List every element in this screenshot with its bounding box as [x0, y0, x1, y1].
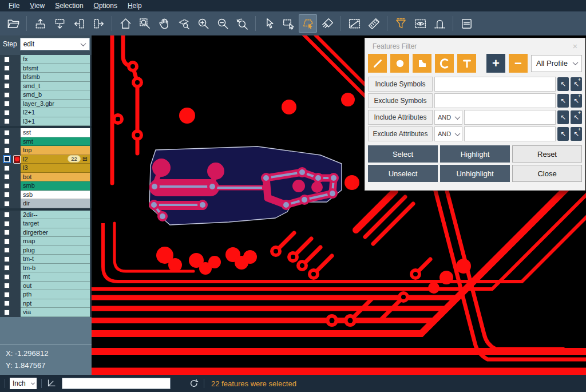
refresh-icon[interactable]	[189, 378, 199, 389]
layer-checkbox[interactable]	[4, 156, 10, 162]
include-symbols-button[interactable]: Include Symbols	[368, 77, 433, 92]
layer-name-cell[interactable]: bfsmb	[21, 73, 90, 82]
exclude-attributes-pick-add-button[interactable]: ↖+	[571, 127, 582, 141]
layer-name-cell[interactable]: tm-b	[21, 264, 90, 273]
layer-row-bfsmt[interactable]: bfsmt	[0, 64, 92, 73]
menu-file[interactable]: File	[3, 2, 25, 10]
layer-name-cell[interactable]: bot	[21, 173, 90, 182]
layer-row-l3[interactable]: l3	[0, 164, 92, 173]
layer-row-bfsmb[interactable]: bfsmb	[0, 73, 92, 82]
layer-name-cell[interactable]: smt	[21, 137, 90, 146]
select-rect-button[interactable]	[279, 14, 298, 33]
filter-button[interactable]	[391, 14, 410, 33]
layer-row-via[interactable]: via	[0, 308, 92, 317]
layer-name-cell[interactable]: fx	[21, 55, 90, 64]
zoom-in-button[interactable]	[194, 14, 212, 33]
include-attributes-pick-add-button[interactable]: ↖+	[571, 110, 582, 124]
shape-arc-button[interactable]	[435, 54, 454, 73]
layer-row-pth[interactable]: pth	[0, 290, 92, 299]
layer-name-cell[interactable]: l2+1	[21, 108, 90, 117]
select-button[interactable]	[260, 14, 278, 33]
include-attributes-input[interactable]	[464, 110, 556, 125]
layer-row-smd_t[interactable]: smd_t	[0, 82, 92, 91]
zoom-window-button[interactable]	[136, 14, 154, 33]
layer-row-l2[interactable]: l222⊞	[0, 155, 92, 164]
layer-name-cell[interactable]: map	[21, 237, 90, 246]
layer-name-cell[interactable]: target	[21, 219, 90, 228]
layer-checkbox[interactable]	[4, 256, 10, 262]
layer-checkbox[interactable]	[4, 174, 10, 180]
step-select[interactable]: edit	[20, 38, 90, 50]
layer-name-cell[interactable]: smd_b	[21, 90, 90, 100]
pan-hand-button[interactable]	[155, 14, 173, 33]
exclude-attributes-pick-button[interactable]: ↖	[557, 127, 569, 141]
layer-row-l3+1[interactable]: l3+1	[0, 117, 92, 126]
view-button[interactable]	[411, 14, 429, 33]
layer-row-smt[interactable]: smt	[0, 137, 92, 146]
shape-round-button[interactable]	[390, 54, 409, 73]
layer-row-dir[interactable]: dir	[0, 199, 92, 208]
layer-row-target[interactable]: target	[0, 219, 92, 228]
dialog-title-bar[interactable]: Features Filter ×	[365, 38, 585, 53]
layer-name-cell[interactable]: sst	[21, 128, 90, 137]
select-button[interactable]: Select	[368, 145, 438, 163]
layer-row-bot[interactable]: bot	[0, 173, 92, 182]
layer-name-cell[interactable]: via	[21, 308, 90, 317]
profile-select[interactable]: All Profile	[531, 55, 582, 72]
layer-checkbox[interactable]	[4, 247, 10, 253]
layer-name-cell[interactable]: pth	[21, 290, 90, 299]
unhighlight-button[interactable]: Unhighlight	[440, 165, 510, 182]
layer-row-dirgerber[interactable]: dirgerber	[0, 228, 92, 237]
include-attributes-pick-button[interactable]: ↖	[557, 110, 569, 124]
zoom-out-button[interactable]	[213, 14, 232, 33]
layer-checkbox[interactable]	[4, 310, 10, 315]
layer-name-cell[interactable]: tm-t	[21, 255, 90, 264]
layer-row-mt[interactable]: mt	[0, 272, 92, 282]
ruler-button[interactable]	[365, 14, 383, 33]
layer-checkbox[interactable]	[4, 65, 10, 71]
zoom-previous-button[interactable]	[233, 14, 251, 33]
layer-name-cell[interactable]: l222⊞	[21, 155, 90, 164]
layer-checkbox[interactable]	[4, 229, 10, 235]
include-attributes-and-select[interactable]: AND	[434, 110, 462, 125]
layer-checkbox[interactable]	[4, 118, 10, 124]
open-button[interactable]	[4, 14, 22, 33]
layer-checkbox[interactable]	[4, 148, 10, 153]
layer-checkbox[interactable]	[4, 192, 10, 197]
pan-down-button[interactable]	[50, 14, 69, 33]
layer-name-cell[interactable]: l3	[21, 164, 90, 173]
layer-row-sst[interactable]: sst	[0, 128, 92, 137]
home-button[interactable]	[116, 14, 134, 33]
exclude-symbols-input[interactable]	[434, 93, 556, 108]
layer-checkbox[interactable]	[4, 265, 10, 271]
menu-help[interactable]: Help	[122, 2, 147, 10]
reset-button[interactable]: Reset	[512, 145, 582, 163]
zoom-object-button[interactable]	[175, 14, 193, 33]
layer-row-out[interactable]: out	[0, 282, 92, 291]
layer-row-ssb[interactable]: ssb	[0, 191, 92, 200]
layer-checkbox[interactable]	[4, 74, 10, 80]
layer-row-plug[interactable]: plug	[0, 246, 92, 255]
layer-checkbox[interactable]	[4, 110, 10, 116]
dialog-close-button[interactable]: ×	[570, 41, 580, 51]
close-button[interactable]: Close	[512, 165, 582, 182]
snap-button[interactable]	[430, 14, 449, 33]
layer-row-2dir--[interactable]: 2dir--	[0, 211, 92, 220]
highlight-button[interactable]: Highlight	[440, 145, 510, 163]
layer-name-cell[interactable]: layer_3.gbr	[21, 100, 90, 109]
layer-row-layer_3.gbr[interactable]: layer_3.gbr	[0, 100, 92, 109]
shape-polygon-button[interactable]	[413, 54, 431, 73]
layer-checkbox[interactable]	[4, 300, 10, 306]
remove-filter-button[interactable]: −	[509, 54, 528, 73]
include-symbols-pick-add-button[interactable]: ↖+	[571, 77, 582, 91]
angle-measure-icon[interactable]	[46, 378, 57, 389]
command-input[interactable]	[62, 378, 171, 389]
layer-checkbox[interactable]	[4, 221, 10, 227]
exclude-symbols-button[interactable]: Exclude Symbols	[368, 93, 433, 108]
layer-row-tm-b[interactable]: tm-b	[0, 264, 92, 273]
layer-name-cell[interactable]: 2dir--	[21, 211, 90, 220]
layer-checkbox[interactable]	[4, 130, 10, 136]
unit-select[interactable]: Inch	[10, 378, 37, 389]
exclude-attributes-button[interactable]: Exclude Attributes	[368, 126, 433, 141]
layer-name-cell[interactable]: out	[21, 282, 90, 291]
